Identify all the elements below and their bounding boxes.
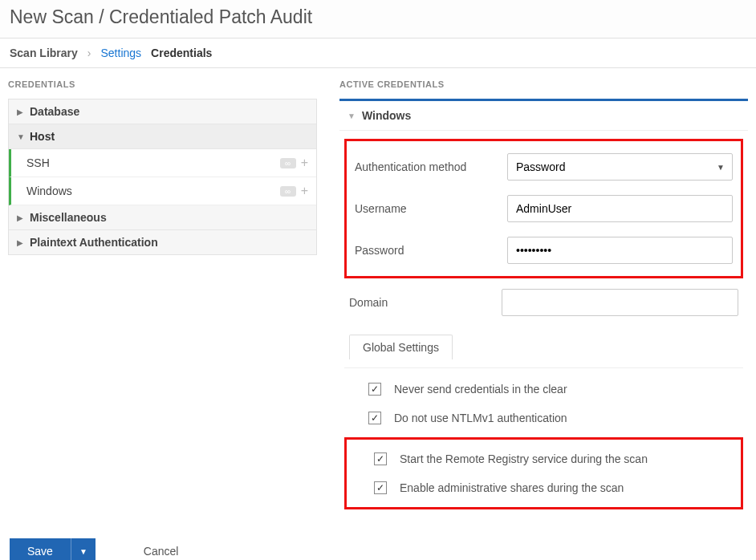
breadcrumb: Scan Library › Settings Credentials (0, 39, 756, 68)
category-database[interactable]: ▶ Database (9, 99, 316, 124)
checkbox-icon[interactable]: ✓ (368, 383, 381, 396)
host-item-windows[interactable]: Windows ∞ + (9, 177, 316, 205)
check-never-send-clear[interactable]: ✓ Never send credentials in the clear (344, 375, 743, 404)
tab-global-settings[interactable]: Global Settings (349, 335, 453, 359)
category-host[interactable]: ▼ Host (9, 124, 316, 149)
highlight-auth-block: Authentication method Password ▼ Usernam… (344, 139, 743, 278)
checkbox-icon[interactable]: ✓ (374, 452, 387, 465)
auth-method-select[interactable]: Password (507, 153, 733, 181)
username-label: Username (355, 202, 507, 215)
footer: Save ▼ Cancel (0, 527, 756, 560)
auth-method-label: Authentication method (355, 160, 507, 173)
caret-right-icon: ▶ (17, 213, 26, 222)
checkbox-icon[interactable]: ✓ (374, 481, 387, 494)
category-miscellaneous[interactable]: ▶ Miscellaneous (9, 205, 316, 230)
page-header: New Scan / Credentialed Patch Audit (0, 0, 756, 39)
check-no-ntlmv1[interactable]: ✓ Do not use NTLMv1 authentication (344, 404, 743, 432)
active-credentials-title: ACTIVE CREDENTIALS (339, 79, 748, 89)
check-remote-registry[interactable]: ✓ Start the Remote Registry service duri… (350, 444, 738, 473)
plus-icon[interactable]: + (301, 185, 308, 197)
caret-right-icon: ▶ (17, 108, 26, 116)
category-plaintext-auth[interactable]: ▶ Plaintext Authentication (9, 230, 316, 254)
check-admin-shares[interactable]: ✓ Enable administrative shares during th… (350, 473, 738, 502)
breadcrumb-root[interactable]: Scan Library (10, 47, 78, 59)
host-item-ssh[interactable]: SSH ∞ + (9, 149, 316, 177)
caret-down-icon: ▼ (348, 112, 356, 120)
highlight-registry-block: ✓ Start the Remote Registry service duri… (344, 437, 743, 509)
breadcrumb-settings[interactable]: Settings (101, 47, 142, 59)
active-credentials-panel: ACTIVE CREDENTIALS ▼ Windows Authenticat… (325, 68, 756, 527)
accordion-windows[interactable]: ▼ Windows (339, 101, 748, 131)
infinity-icon: ∞ (280, 158, 296, 168)
save-button[interactable]: Save (10, 538, 71, 560)
password-label: Password (355, 244, 507, 257)
domain-input[interactable] (502, 289, 738, 316)
breadcrumb-current: Credentials (151, 47, 212, 59)
credentials-title: CREDENTIALS (8, 79, 317, 89)
caret-right-icon: ▶ (17, 238, 26, 247)
page-title: New Scan / Credentialed Patch Audit (10, 6, 746, 28)
credentials-panel: CREDENTIALS ▶ Database ▼ Host SSH ∞ + Wi… (0, 68, 325, 527)
cancel-button[interactable]: Cancel (144, 545, 179, 558)
password-input[interactable] (507, 237, 733, 264)
plus-icon[interactable]: + (301, 156, 308, 169)
username-input[interactable] (507, 195, 733, 222)
chevron-right-icon: › (87, 47, 91, 59)
checkbox-icon[interactable]: ✓ (368, 412, 381, 424)
domain-label: Domain (349, 296, 502, 309)
caret-down-icon: ▼ (17, 132, 26, 141)
save-dropdown[interactable]: ▼ (71, 538, 96, 560)
infinity-icon: ∞ (280, 186, 296, 197)
